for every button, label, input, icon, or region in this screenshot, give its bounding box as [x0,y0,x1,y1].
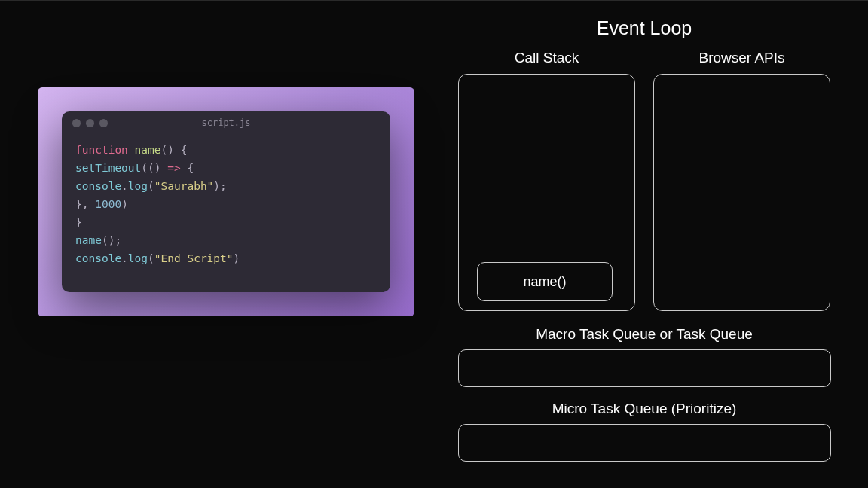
traffic-light-close-icon [72,119,81,127]
editor-body: function name() { setTimeout(() => { con… [62,134,390,281]
editor-header: script.js [62,111,390,134]
traffic-light-maximize-icon [99,119,108,127]
browser-apis-label: Browser APIs [698,50,784,66]
micro-task-queue-box [458,424,831,462]
traffic-light-minimize-icon [86,119,94,127]
event-loop-title: Event Loop [445,17,844,39]
macro-task-queue-box [458,349,831,387]
call-stack-item: name() [477,262,613,301]
call-stack-label: Call Stack [515,50,579,66]
traffic-lights [72,119,108,127]
macro-task-queue-section: Macro Task Queue or Task Queue [445,326,844,387]
micro-task-queue-label: Micro Task Queue (Prioritize) [552,401,737,417]
code-line-2: setTimeout(() => { [75,160,377,178]
code-line-5: } [75,214,377,232]
stack-and-apis-row: Call Stack name() Browser APIs [445,50,844,311]
code-editor-panel: script.js function name() { setTimeout((… [38,87,414,316]
editor-window: script.js function name() { setTimeout((… [62,111,390,292]
call-stack-box: name() [458,74,635,311]
macro-task-queue-label: Macro Task Queue or Task Queue [536,326,753,343]
code-line-3: console.log("Saurabh"); [75,178,377,196]
call-stack-column: Call Stack name() [458,50,635,311]
code-line-6: name(); [75,232,377,250]
code-line-4: }, 1000) [75,196,377,214]
code-line-7: console.log("End Script") [75,250,377,268]
editor-filename: script.js [201,117,250,128]
browser-apis-box [653,74,830,311]
event-loop-diagram: Event Loop Call Stack name() Browser API… [445,17,844,475]
browser-apis-column: Browser APIs [653,50,830,311]
code-line-1: function name() { [75,142,377,160]
micro-task-queue-section: Micro Task Queue (Prioritize) [445,401,844,462]
